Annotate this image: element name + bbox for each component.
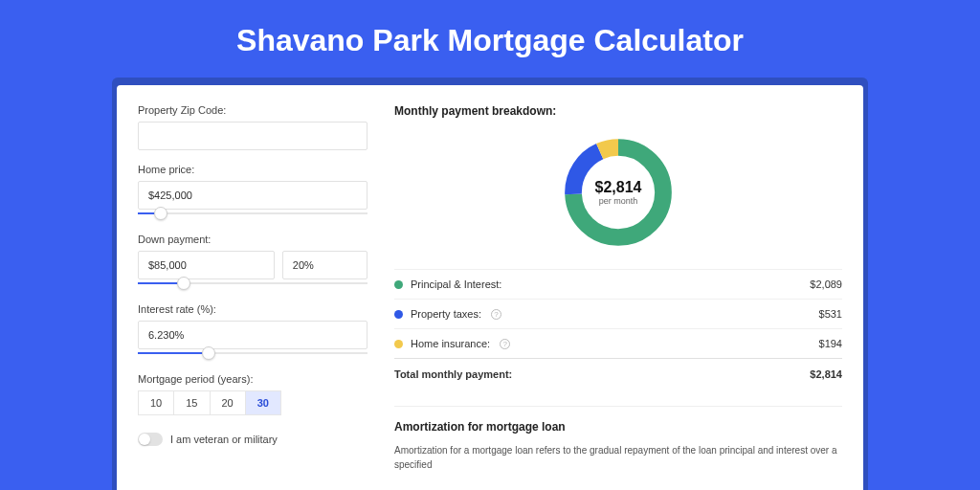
slider-handle[interactable]	[177, 277, 190, 290]
slider-handle[interactable]	[202, 346, 215, 360]
period-btn-20[interactable]: 20	[210, 390, 245, 415]
form-column: Property Zip Code: Home price: Down paym…	[138, 104, 368, 472]
zip-group: Property Zip Code:	[138, 104, 368, 150]
zip-input[interactable]	[138, 122, 368, 150]
veteran-label: I am veteran or military	[170, 434, 278, 445]
home-price-input[interactable]	[138, 181, 368, 210]
interest-rate-label: Interest rate (%):	[138, 303, 368, 315]
veteran-toggle[interactable]	[138, 433, 163, 446]
donut-chart-wrap: $2,814 per month	[394, 127, 842, 269]
home-price-group: Home price:	[138, 164, 368, 220]
donut-chart: $2,814 per month	[559, 133, 678, 252]
down-payment-group: Down payment:	[138, 234, 368, 290]
legend-principal: Principal & Interest: $2,089	[394, 269, 842, 299]
info-icon[interactable]: ?	[491, 309, 501, 320]
breakdown-title: Monthly payment breakdown:	[394, 104, 842, 118]
amortization-section: Amortization for mortgage loan Amortizat…	[394, 406, 842, 472]
dot-icon	[394, 340, 403, 348]
interest-rate-slider[interactable]	[138, 346, 368, 360]
legend-label: Home insurance:	[411, 338, 490, 349]
zip-label: Property Zip Code:	[138, 104, 368, 116]
donut-value: $2,814	[595, 179, 642, 196]
legend-label: Principal & Interest:	[411, 278, 501, 290]
period-btn-10[interactable]: 10	[138, 390, 173, 415]
info-icon[interactable]: ?	[500, 339, 510, 349]
down-payment-pct-input[interactable]	[282, 251, 368, 279]
period-label: Mortgage period (years):	[138, 373, 368, 385]
period-buttons: 10 15 20 30	[138, 390, 368, 415]
donut-sublabel: per month	[599, 196, 638, 206]
dot-icon	[394, 280, 403, 289]
home-price-label: Home price:	[138, 164, 368, 175]
interest-rate-group: Interest rate (%):	[138, 303, 368, 360]
legend-total: Total monthly payment: $2,814	[394, 358, 842, 389]
veteran-row: I am veteran or military	[138, 433, 368, 446]
period-btn-15[interactable]: 15	[173, 390, 209, 415]
amortization-title: Amortization for mortgage loan	[394, 420, 842, 434]
breakdown-column: Monthly payment breakdown: $2,814 per mo…	[394, 104, 842, 472]
legend-taxes: Property taxes: ? $531	[394, 299, 842, 328]
slider-handle[interactable]	[154, 207, 167, 220]
legend-total-label: Total monthly payment:	[394, 368, 512, 380]
down-payment-slider[interactable]	[138, 277, 368, 290]
legend-label: Property taxes:	[411, 308, 481, 320]
calculator-card: Property Zip Code: Home price: Down paym…	[117, 85, 863, 490]
period-group: Mortgage period (years): 10 15 20 30	[138, 373, 368, 415]
interest-rate-input[interactable]	[138, 321, 368, 349]
dot-icon	[394, 310, 403, 319]
donut-center: $2,814 per month	[559, 133, 678, 252]
period-btn-30[interactable]: 30	[245, 390, 281, 415]
home-price-slider[interactable]	[138, 207, 368, 220]
amortization-text: Amortization for a mortgage loan refers …	[394, 443, 842, 472]
down-payment-input[interactable]	[138, 251, 275, 279]
legend-insurance: Home insurance: ? $194	[394, 328, 842, 358]
legend-value: $2,089	[810, 278, 842, 290]
legend-value: $531	[819, 308, 842, 320]
legend-total-value: $2,814	[810, 368, 842, 380]
card-backdrop: Property Zip Code: Home price: Down paym…	[112, 78, 868, 490]
page-title: Shavano Park Mortgage Calculator	[0, 0, 980, 78]
legend-value: $194	[819, 338, 842, 349]
down-payment-label: Down payment:	[138, 234, 368, 245]
